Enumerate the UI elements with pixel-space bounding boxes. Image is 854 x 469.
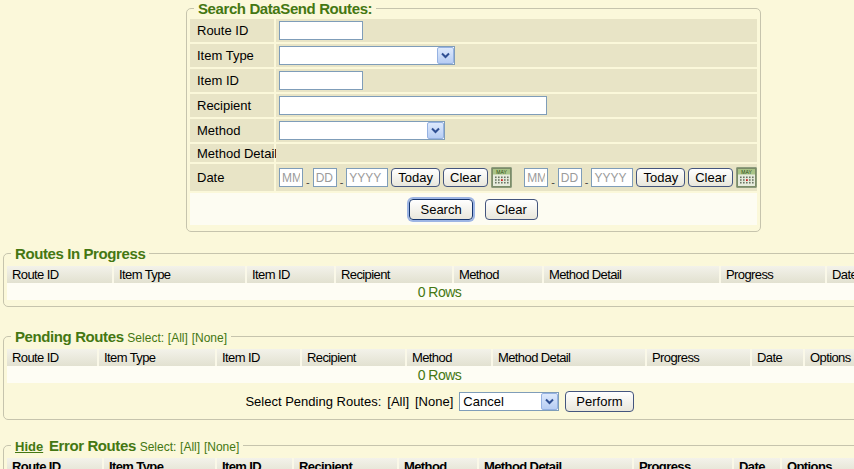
date-to-dd-input[interactable] [558,168,582,187]
form-row-route-id: Route ID [190,19,757,42]
route-id-input[interactable] [279,21,363,40]
column-header: Recipient [302,349,407,366]
item-id-label: Item ID [190,69,274,92]
form-row-item-id: Item ID [190,69,757,92]
column-header: Method Detail [544,266,721,283]
select-none-link[interactable]: [None] [204,440,239,454]
column-header: Route ID [7,458,104,469]
recipient-input[interactable] [279,96,547,115]
column-header: Method Detail [479,458,634,469]
date-from-clear-button[interactable]: Clear [443,168,488,187]
column-header: Date [827,266,854,283]
column-header: Item Type [104,458,217,469]
pending-routes-header-row: Route ID Item Type Item ID Recipient Met… [7,349,854,366]
search-button[interactable]: Search [409,199,472,220]
svg-text:MAY: MAY [742,169,753,175]
column-header: Method Detail [493,349,647,366]
select-label: Select: [140,440,177,454]
form-row-recipient: Recipient [190,94,757,117]
column-header: Item ID [217,458,294,469]
search-panel-legend: Search DataSend Routes: [194,0,376,17]
column-header: Progress [721,266,827,283]
route-id-label: Route ID [190,19,274,42]
column-header: Route ID [7,349,99,366]
error-routes-panel: Hide Error Routes Select: [All] [None] R… [3,437,854,469]
column-header: Method [407,349,493,366]
date-to-clear-button[interactable]: Clear [688,168,733,187]
column-header: Date [752,349,805,366]
form-row-date: Date - - Today Clear MAY [190,164,757,191]
calendar-icon[interactable]: MAY [736,167,757,188]
datasend-routes-page: { "colors": { "page_background": "#fbf8d… [0,0,854,469]
method-select[interactable] [279,121,445,140]
pending-routes-title: Pending Routes [15,328,124,345]
column-header: Item ID [247,266,336,283]
chevron-down-icon[interactable] [427,122,444,139]
form-row-method-detail: Method Detail [190,144,757,162]
date-separator: - [551,176,555,188]
pending-action-selected-value: Cancel [460,394,503,409]
error-routes-legend: Hide Error Routes Select: [All] [None] [11,437,243,454]
rows-count: 0 Rows [7,366,854,383]
pending-action-select[interactable]: Cancel [459,392,559,411]
error-routes-title: Error Routes [49,437,136,454]
date-separator: - [340,176,344,188]
item-type-label: Item Type [190,44,274,67]
select-none-link[interactable]: [None] [192,331,227,345]
select-label: Select: [127,331,164,345]
calendar-icon[interactable]: MAY [491,167,512,188]
column-header: Progress [634,458,734,469]
pending-actions-all-link[interactable]: [All] [387,394,409,409]
hide-link[interactable]: Hide [15,439,43,454]
column-header: Item Type [114,266,247,283]
pending-actions-none-link[interactable]: [None] [415,394,453,409]
pending-actions-bar: Select Pending Routes: [All] [None] Canc… [7,390,854,413]
date-label: Date [190,164,274,191]
pending-routes-panel: Pending Routes Select: [All] [None] Rout… [3,328,854,420]
method-label: Method [190,119,274,142]
column-header: Method [454,266,544,283]
select-all-link[interactable]: [All] [180,440,200,454]
date-from-yyyy-input[interactable] [346,168,388,187]
chevron-down-icon[interactable] [437,47,454,64]
column-header: Item Type [99,349,217,366]
perform-button[interactable]: Perform [565,391,633,412]
date-to-today-button[interactable]: Today [636,168,685,187]
pending-actions-label: Select Pending Routes: [245,394,381,409]
routes-in-progress-legend: Routes In Progress [11,245,149,262]
date-to-mm-input[interactable] [524,168,548,187]
column-header: Item ID [217,349,302,366]
rows-count: 0 Rows [7,283,854,300]
select-all-link[interactable]: [All] [168,331,188,345]
date-to-group: - - Today Clear MAY [524,167,757,188]
date-separator: - [306,176,310,188]
search-routes-panel: Search DataSend Routes: Route ID Item Ty… [186,0,761,232]
item-id-input[interactable] [279,71,363,90]
column-header: Progress [647,349,752,366]
date-from-mm-input[interactable] [279,168,303,187]
form-button-row: Search Clear [190,193,757,225]
pending-routes-legend: Pending Routes Select: [All] [None] [11,328,231,345]
column-header: Recipient [294,458,399,469]
column-header: Method [399,458,479,469]
date-to-yyyy-input[interactable] [591,168,633,187]
svg-text:MAY: MAY [496,169,507,175]
date-from-dd-input[interactable] [313,168,337,187]
form-row-method: Method [190,119,757,142]
error-routes-header-row: Route ID Item Type Item ID Recipient Met… [7,458,854,469]
method-detail-label: Method Detail [190,144,274,162]
date-separator: - [585,176,589,188]
column-header: Recipient [336,266,454,283]
form-row-item-type: Item Type [190,44,757,67]
chevron-down-icon[interactable] [541,393,558,410]
recipient-label: Recipient [190,94,274,117]
column-header: Options [782,458,854,469]
column-header: Route ID [7,266,114,283]
date-from-today-button[interactable]: Today [391,168,440,187]
column-header: Date [734,458,782,469]
routes-in-progress-panel: Routes In Progress Route ID Item Type It… [3,245,854,307]
date-from-group: - - Today Clear MAY [279,167,512,188]
routes-in-progress-header-row: Route ID Item Type Item ID Recipient Met… [7,266,854,283]
clear-button[interactable]: Clear [485,199,538,220]
item-type-select[interactable] [279,46,455,65]
